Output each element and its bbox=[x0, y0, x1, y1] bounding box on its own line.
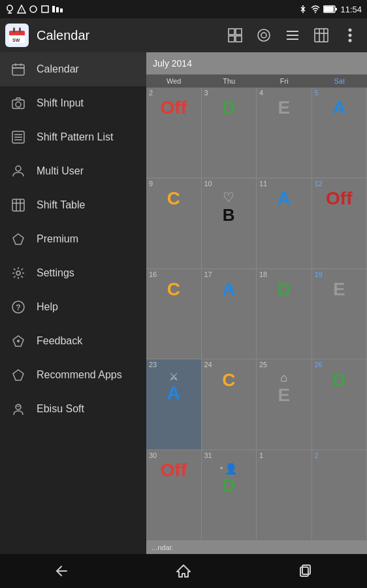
cal-letter: D bbox=[332, 371, 345, 389]
svg-point-42 bbox=[16, 102, 21, 107]
cal-cell-26[interactable]: 26 D bbox=[312, 359, 368, 449]
cal-letter: E bbox=[278, 99, 290, 117]
table-icon bbox=[10, 197, 26, 213]
sidebar-label-recommend-apps: Recommend Apps bbox=[37, 369, 122, 381]
cal-cell-2[interactable]: 2 Off bbox=[146, 88, 202, 178]
svg-marker-52 bbox=[13, 234, 24, 244]
calendar-grid: Wed Thu Fri Sat 2 Off 3 D 4 bbox=[146, 74, 367, 541]
cal-letter: Off bbox=[161, 99, 187, 117]
svg-rect-22 bbox=[236, 29, 242, 35]
sidebar-item-calendar[interactable]: Calendar bbox=[0, 52, 146, 86]
cal-cell-16[interactable]: 16 C bbox=[146, 269, 202, 359]
cal-date: 18 bbox=[259, 270, 267, 279]
overflow-menu-button[interactable] bbox=[338, 24, 362, 47]
cal-cell-23[interactable]: 23 ⚔ A bbox=[146, 359, 202, 449]
cal-date: 31 bbox=[204, 451, 212, 460]
toolbar-actions bbox=[223, 24, 362, 47]
sidebar-label-ebisu-soft: Ebisu Soft bbox=[37, 403, 84, 415]
cal-date: 16 bbox=[149, 270, 157, 279]
svg-rect-0 bbox=[7, 5, 12, 11]
sidebar-label-multi-user: Multi User bbox=[37, 165, 84, 177]
cal-letter: B bbox=[223, 206, 235, 223]
cal-date: 17 bbox=[204, 270, 212, 279]
cal-cell-24[interactable]: 24 C bbox=[202, 359, 257, 449]
status-icons-left: ! bbox=[5, 5, 63, 14]
cal-cell-19[interactable]: 19 E bbox=[312, 269, 368, 359]
cal-date: 4 bbox=[259, 89, 263, 97]
status-bar: ! 11:54 bbox=[0, 0, 367, 18]
sidebar-item-shift-pattern[interactable]: Shift Pattern List bbox=[0, 120, 146, 154]
cal-date: 9 bbox=[149, 180, 153, 188]
grid-view-button[interactable] bbox=[223, 24, 247, 47]
gear-icon bbox=[10, 265, 26, 281]
cal-cell-30[interactable]: 30 Off bbox=[146, 450, 202, 540]
warning-icon: ! bbox=[17, 5, 26, 14]
cal-cell-9[interactable]: 9 C bbox=[146, 178, 202, 269]
sidebar: Calendar Shift Input Shift Pattern List … bbox=[0, 52, 146, 554]
sidebar-item-feedback[interactable]: Feedback bbox=[0, 324, 146, 358]
svg-point-36 bbox=[349, 39, 352, 42]
back-button[interactable] bbox=[42, 557, 81, 585]
cal-letter: A bbox=[222, 280, 235, 299]
recents-button[interactable] bbox=[286, 557, 325, 585]
sidebar-item-shift-table[interactable]: Shift Table bbox=[0, 188, 146, 222]
calendar-bottom-note: ...ndar. bbox=[146, 541, 367, 554]
status-icons-right: 11:54 bbox=[298, 5, 362, 14]
ebisu-icon bbox=[10, 401, 26, 417]
camera-icon bbox=[10, 95, 26, 111]
sidebar-item-multi-user[interactable]: Multi User bbox=[0, 154, 146, 188]
list-view-button[interactable] bbox=[281, 24, 304, 47]
list-icon bbox=[10, 129, 26, 145]
sidebar-item-settings[interactable]: Settings bbox=[0, 256, 146, 290]
svg-point-10 bbox=[315, 12, 316, 13]
sidebar-item-recommend-apps[interactable]: Recommend Apps bbox=[0, 358, 146, 392]
camera-button[interactable] bbox=[252, 24, 276, 47]
cal-cell-18[interactable]: 18 D bbox=[257, 269, 312, 359]
cal-cell-12[interactable]: 12 Off bbox=[312, 178, 368, 269]
cal-cell-10[interactable]: 10 ♡ B bbox=[202, 178, 257, 269]
cal-cell-5[interactable]: 5 A bbox=[312, 88, 368, 178]
calendar-week-5: 30 Off 31 ● 👤 D 1 2 bbox=[146, 450, 367, 541]
sidebar-item-shift-input[interactable]: Shift Input bbox=[0, 86, 146, 120]
cal-date: 2 bbox=[315, 451, 319, 460]
cal-cell-11[interactable]: 11 A bbox=[257, 178, 312, 269]
cal-cell-4[interactable]: 4 E bbox=[257, 88, 312, 178]
svg-marker-61 bbox=[177, 565, 190, 577]
cal-letter: E bbox=[333, 280, 345, 299]
svg-point-47 bbox=[16, 166, 21, 171]
svg-rect-9 bbox=[60, 8, 63, 12]
sidebar-item-premium[interactable]: Premium bbox=[0, 222, 146, 256]
cal-cell-3[interactable]: 3 D bbox=[202, 88, 257, 178]
cal-letter: C bbox=[222, 371, 235, 389]
cal-date: 10 bbox=[204, 180, 212, 188]
notification-icon bbox=[5, 5, 14, 14]
cal-cell-25[interactable]: 25 ⌂ E bbox=[257, 359, 312, 449]
sidebar-label-feedback: Feedback bbox=[37, 335, 82, 347]
table-view-button[interactable] bbox=[310, 24, 333, 47]
svg-rect-12 bbox=[324, 7, 334, 12]
sidebar-label-shift-table: Shift Table bbox=[37, 199, 85, 211]
svg-text:SW: SW bbox=[12, 38, 20, 42]
svg-rect-28 bbox=[287, 35, 298, 36]
heart-icon: ♡ bbox=[223, 189, 234, 205]
home-button[interactable] bbox=[164, 557, 203, 585]
svg-rect-30 bbox=[315, 29, 328, 42]
cal-cell-17[interactable]: 17 A bbox=[202, 269, 257, 359]
sidebar-item-help[interactable]: ? Help bbox=[0, 290, 146, 324]
cal-date: 3 bbox=[204, 89, 208, 97]
sidebar-item-ebisu-soft[interactable]: Ebisu Soft bbox=[0, 392, 146, 426]
cal-cell-31[interactable]: 31 ● 👤 D bbox=[202, 450, 257, 540]
cal-cell-1-next[interactable]: 1 bbox=[257, 450, 312, 540]
svg-text:?: ? bbox=[16, 303, 20, 312]
utensils-icon: ⚔ bbox=[169, 370, 178, 383]
cal-date: 2 bbox=[149, 89, 153, 97]
cal-letter: Off bbox=[161, 461, 187, 480]
cal-cell-2-next[interactable]: 2 bbox=[312, 450, 368, 540]
calendar-day-headers: Wed Thu Fri Sat bbox=[146, 74, 367, 88]
recommend-icon bbox=[10, 367, 26, 383]
calendar-icon bbox=[10, 61, 26, 77]
sidebar-label-help: Help bbox=[37, 301, 58, 313]
cal-letter: A bbox=[278, 189, 291, 208]
feedback-icon bbox=[10, 333, 26, 349]
calendar-week-3: 16 C 17 A 18 D 19 E bbox=[146, 269, 367, 360]
